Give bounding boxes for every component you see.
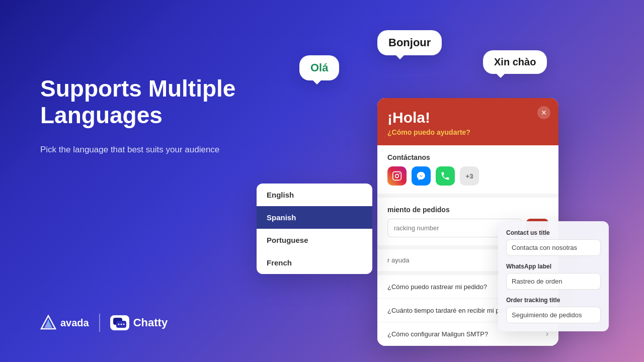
speech-bubble-xin: Xin chào <box>483 50 547 74</box>
translation-panel: Contact us title Contacta con nosotras W… <box>498 221 609 331</box>
trans-value-whatsapp: Rastreo de orden <box>506 273 601 290</box>
instagram-icon[interactable] <box>387 166 407 186</box>
lang-item-english[interactable]: English <box>257 184 372 206</box>
avada-label: avada <box>60 317 89 329</box>
chat-subtitle: ¿Cómo puedo ayudarte? <box>387 128 548 136</box>
chat-close-button[interactable]: × <box>537 106 550 119</box>
avada-logo: avada <box>40 315 89 331</box>
trans-value-order: Seguimiento de pedidos <box>506 307 601 323</box>
logo-divider <box>99 314 100 332</box>
tracking-title: miento de pedidos <box>387 206 548 214</box>
trans-label-whatsapp: WhatsApp label <box>506 263 601 270</box>
subtitle: Pick the language that best suits your a… <box>40 143 235 156</box>
chatty-icon <box>110 315 129 330</box>
left-content: Supports Multiple Languages Pick the lan… <box>40 75 235 156</box>
language-dropdown[interactable]: English Spanish Portuguese French <box>257 184 372 274</box>
lang-item-portuguese[interactable]: Portuguese <box>257 229 372 251</box>
svg-point-9 <box>395 174 399 178</box>
lang-item-spanish[interactable]: Spanish <box>257 206 372 229</box>
main-heading: Supports Multiple Languages <box>40 75 235 129</box>
logo-area: avada Chatty <box>40 314 168 332</box>
svg-point-7 <box>123 324 124 325</box>
trans-label-order: Order tracking title <box>506 297 601 304</box>
trans-field-whatsapp: WhatsApp label Rastreo de orden <box>506 263 601 290</box>
contact-section: Contáctanos +3 <box>377 145 558 194</box>
trans-field-order: Order tracking title Seguimiento de pedi… <box>506 297 601 323</box>
svg-rect-8 <box>393 172 401 180</box>
speech-bubble-bonjour: Bonjour <box>377 30 442 55</box>
avada-icon <box>40 315 56 331</box>
speech-bubble-ola: Olá <box>299 55 339 80</box>
chatty-logo: Chatty <box>110 315 168 330</box>
phone-icon[interactable] <box>436 166 455 186</box>
contact-title: Contáctanos <box>387 153 548 161</box>
svg-point-5 <box>118 324 119 325</box>
messenger-icon[interactable] <box>412 166 431 186</box>
chat-title: ¡Hola! <box>387 109 548 126</box>
chat-header: ¡Hola! ¿Cómo puedo ayudarte? × <box>377 98 558 145</box>
contact-icons: +3 <box>387 166 548 186</box>
trans-field-contact: Contact us title Contacta con nosotras <box>506 229 601 256</box>
trans-label-contact: Contact us title <box>506 229 601 236</box>
svg-point-10 <box>399 173 400 174</box>
svg-point-6 <box>120 324 122 325</box>
trans-value-contact: Contacta con nosotras <box>506 239 601 256</box>
lang-item-french[interactable]: French <box>257 251 372 274</box>
chatty-label: Chatty <box>133 316 168 329</box>
more-channels-button[interactable]: +3 <box>460 166 479 186</box>
